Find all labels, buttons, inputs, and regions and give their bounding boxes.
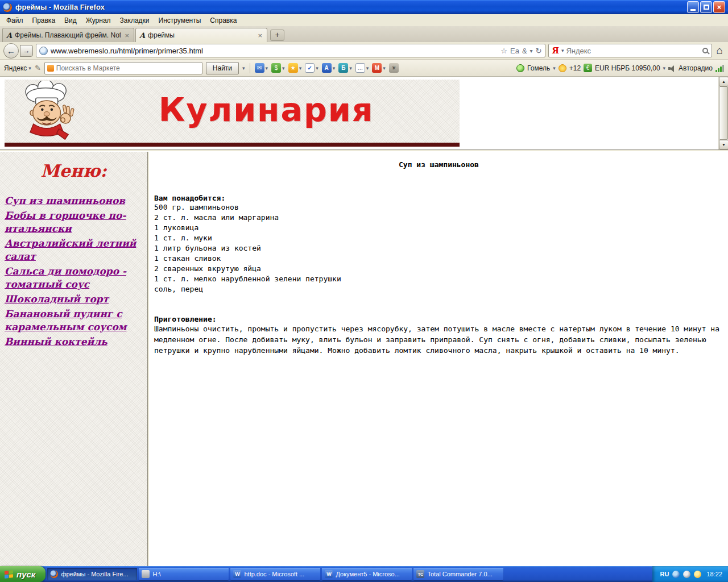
metrika-icon[interactable]: М <box>372 63 382 73</box>
taskbar-item-word-http[interactable]: W http.doc - Microsoft ... <box>230 568 320 580</box>
menu-link-salsa[interactable]: Сальса ди помодоро - томатный соус <box>5 265 143 291</box>
chevron-down-icon[interactable]: ▾ <box>553 65 556 71</box>
translate-icon[interactable]: А <box>322 63 332 73</box>
screen: фреймы - Mozilla Firefox × Файл Правка В… <box>0 0 728 582</box>
money-icon[interactable]: $ <box>271 63 281 73</box>
menu-history[interactable]: Журнал <box>81 15 115 26</box>
menu-file[interactable]: Файл <box>2 15 28 26</box>
ingredient-line: 1 ст. л. мелко нарубленной зелени петруш… <box>154 274 728 284</box>
taskbar-item-total-commander[interactable]: TC Total Commander 7.0... <box>413 568 503 580</box>
tab-close-icon[interactable]: × <box>257 31 263 40</box>
tray-smiley-icon[interactable] <box>694 571 701 578</box>
chevron-down-icon[interactable]: ▾ <box>349 65 352 71</box>
menu-view[interactable]: Вид <box>60 15 81 26</box>
find-dropdown-icon[interactable]: ▾ <box>242 65 245 71</box>
yandex-engine-icon[interactable]: Я <box>552 46 559 55</box>
menu-link-wine-cocktail[interactable]: Винный коктейль <box>5 335 143 348</box>
url-bar[interactable]: ☆ Ea & ▾ ↻ <box>36 44 545 57</box>
back-button[interactable]: ← <box>3 43 19 59</box>
start-button[interactable]: пуск <box>0 566 46 582</box>
mail-icon[interactable]: ✉ <box>255 63 264 73</box>
translate-tool[interactable]: А ▾ <box>322 63 336 73</box>
yandex-toolbar: Яндекс ▾ ✎ Найти ▾ ✉ ▾ $ ▾ ★ ▾ ✓ ▾ А ▾ <box>0 60 728 77</box>
comments-icon[interactable]: … <box>355 63 365 73</box>
money-tool[interactable]: $ ▾ <box>271 63 285 73</box>
speaker-icon[interactable] <box>668 65 676 72</box>
scroll-down-icon[interactable]: ▼ <box>719 140 728 149</box>
mail-tool[interactable]: ✉ ▾ <box>255 63 268 73</box>
spellcheck-tool[interactable]: ✓ ▾ <box>305 63 318 73</box>
ampersand-extension-icon[interactable]: & <box>522 47 527 55</box>
chevron-down-icon[interactable]: ▾ <box>333 65 336 71</box>
url-input[interactable] <box>51 47 498 55</box>
taskbar-item-explorer-h[interactable]: H:\ <box>139 568 229 580</box>
header-frame-scrollbar[interactable]: ▲ ▼ <box>718 77 728 149</box>
dictionary-tool[interactable]: Б ▾ <box>338 63 352 73</box>
menu-link-beans[interactable]: Бобы в горшочке по-итальянски <box>5 209 143 235</box>
menu-link-australian-salad[interactable]: Австралийский летний салат <box>5 237 143 263</box>
search-engine-dropdown-icon[interactable]: ▾ <box>561 48 564 53</box>
settings-gear-icon[interactable]: ✳ <box>389 63 399 73</box>
new-tab-button[interactable]: + <box>270 30 284 41</box>
url-dropdown-icon[interactable]: ▾ <box>530 48 533 54</box>
forward-button[interactable]: → <box>20 45 33 57</box>
favorites-star-icon[interactable]: ★ <box>288 63 298 73</box>
menu-help[interactable]: Справка <box>205 15 241 26</box>
tray-icon-gray[interactable] <box>683 571 690 578</box>
spellcheck-icon[interactable]: ✓ <box>305 63 315 73</box>
taskbar-item-firefox[interactable]: фреймы - Mozilla Fire... <box>47 568 137 580</box>
chevron-down-icon[interactable]: ▾ <box>383 65 386 71</box>
chevron-down-icon[interactable]: ▾ <box>299 65 302 71</box>
tab-close-icon[interactable]: × <box>123 31 130 40</box>
market-search-bar[interactable] <box>44 62 202 74</box>
tab-frames-active[interactable]: A фреймы × <box>135 28 267 42</box>
bookmark-star-icon[interactable]: ☆ <box>500 47 507 55</box>
currency-icon[interactable]: € <box>584 64 592 72</box>
scroll-up-icon[interactable]: ▲ <box>719 77 728 86</box>
word-icon: W <box>325 570 333 578</box>
menu-bookmarks[interactable]: Закладки <box>115 15 154 26</box>
minimize-icon <box>690 9 696 11</box>
menu-edit[interactable]: Правка <box>28 15 60 26</box>
notes-edit-icon[interactable]: ✎ <box>35 64 41 72</box>
search-icon[interactable] <box>702 48 708 53</box>
web-search-input[interactable] <box>566 47 700 55</box>
language-indicator[interactable]: RU <box>660 571 669 577</box>
yandex-brand-menu[interactable]: Яндекс ▾ <box>4 64 31 72</box>
minimize-button[interactable] <box>687 1 699 13</box>
market-search-input[interactable] <box>56 64 200 72</box>
scrollbar-thumb[interactable] <box>719 86 728 140</box>
chevron-down-icon[interactable]: ▾ <box>282 65 285 71</box>
chevron-down-icon[interactable]: ▾ <box>266 65 268 71</box>
menu-frame: Меню: Суп из шампиньонов Бобы в горшочке… <box>0 152 147 566</box>
status-online-icon[interactable] <box>516 64 524 72</box>
chevron-down-icon[interactable]: ▾ <box>366 65 369 71</box>
dictionary-icon[interactable]: Б <box>338 63 348 73</box>
menu-tools[interactable]: Инструменты <box>154 15 206 26</box>
reload-icon[interactable]: ↻ <box>536 47 542 55</box>
metrika-tool[interactable]: М ▾ <box>372 63 386 73</box>
menu-link-mushroom-soup[interactable]: Суп из шампиньонов <box>5 194 143 207</box>
menu-link-chocolate-cake[interactable]: Шоколадный торт <box>5 293 143 306</box>
task-label: фреймы - Mozilla Fire... <box>61 571 128 577</box>
tab-frames-article[interactable]: A Фреймы. Плавающий фрейм. Noframes... × <box>2 28 134 42</box>
taskbar-clock[interactable]: 18:22 <box>706 571 722 577</box>
home-button[interactable]: ⌂ <box>715 44 725 57</box>
radio-label[interactable]: Авторадио <box>679 64 713 72</box>
weather-city-label[interactable]: Гомель <box>527 64 550 72</box>
search-bar[interactable]: Я ▾ <box>548 44 712 57</box>
favorites-tool[interactable]: ★ ▾ <box>288 63 302 73</box>
chevron-down-icon[interactable]: ▾ <box>663 65 666 71</box>
menu-link-banana-pudding[interactable]: Банановый пудинг с карамельным соусом <box>5 307 143 334</box>
tray-icon-blue[interactable] <box>672 571 680 578</box>
restore-button[interactable] <box>700 1 712 13</box>
site-identity-icon[interactable] <box>39 47 48 55</box>
comments-tool[interactable]: … ▾ <box>355 63 369 73</box>
navigation-bar: ← → ☆ Ea & ▾ ↻ Я ▾ ⌂ <box>0 42 728 60</box>
close-button[interactable]: × <box>713 1 725 13</box>
find-button[interactable]: Найти <box>206 62 239 74</box>
translate-extension-icon[interactable]: Ea <box>510 47 519 55</box>
chevron-down-icon[interactable]: ▾ <box>316 65 318 71</box>
taskbar-item-word-doc5[interactable]: W Документ5 - Microso... <box>322 568 412 580</box>
window-titlebar[interactable]: фреймы - Mozilla Firefox × <box>0 0 728 14</box>
